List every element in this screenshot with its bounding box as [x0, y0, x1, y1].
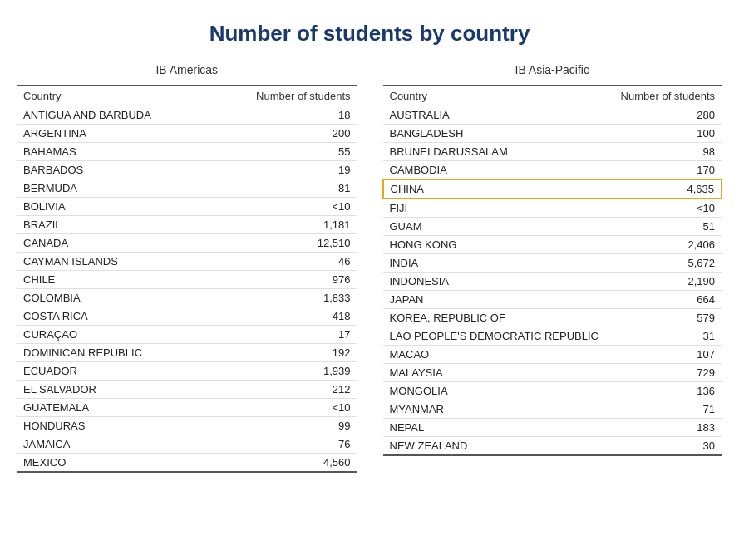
country-cell: KOREA, REPUBLIC OF — [383, 309, 612, 327]
country-cell: BRAZIL — [17, 216, 209, 234]
asia-pacific-col-country: Country — [383, 86, 612, 106]
country-cell: NEPAL — [383, 419, 612, 437]
table-row: GUAM51 — [383, 218, 722, 236]
country-cell: CHILE — [17, 271, 209, 289]
country-cell: MACAO — [383, 346, 612, 364]
students-cell: 192 — [209, 344, 357, 362]
asia-pacific-region-label: IB Asia-Pacific — [382, 63, 723, 76]
students-cell: 664 — [611, 291, 722, 309]
americas-section: IB Americas Country Number of students A… — [17, 63, 357, 473]
table-row: HONG KONG2,406 — [383, 236, 722, 254]
country-cell: CANADA — [17, 234, 209, 253]
students-cell: 280 — [611, 106, 722, 125]
students-cell: 579 — [611, 309, 722, 327]
americas-table: Country Number of students ANTIGUA AND B… — [17, 85, 357, 473]
country-cell: MYANMAR — [383, 400, 612, 419]
table-row: MEXICO4,560 — [17, 454, 357, 473]
students-cell: 46 — [209, 253, 357, 271]
students-cell: 31 — [611, 327, 722, 346]
country-cell: BOLIVIA — [17, 198, 209, 216]
table-row: LAO PEOPLE'S DEMOCRATIC REPUBLIC31 — [383, 327, 722, 346]
table-row: FIJI<10 — [383, 199, 722, 218]
students-cell: 4,635 — [611, 179, 722, 199]
page-title: Number of students by country — [17, 8, 722, 63]
students-cell: 1,181 — [209, 216, 357, 234]
country-cell: MALAYSIA — [383, 364, 612, 382]
table-row: BARBADOS19 — [17, 161, 357, 179]
table-row: CAYMAN ISLANDS46 — [17, 253, 357, 271]
table-row: ANTIGUA AND BARBUDA18 — [17, 106, 357, 125]
asia-pacific-table: Country Number of students AUSTRALIA280B… — [382, 85, 723, 456]
table-row: INDIA5,672 — [383, 254, 722, 273]
table-row: BRAZIL1,181 — [17, 216, 357, 234]
country-cell: CHINA — [383, 179, 612, 199]
students-cell: 418 — [209, 307, 357, 326]
table-row: MACAO107 — [383, 346, 722, 364]
students-cell: 71 — [611, 400, 722, 419]
table-row: ECUADOR1,939 — [17, 362, 357, 381]
country-cell: JAPAN — [383, 291, 612, 309]
students-cell: 17 — [209, 326, 357, 344]
table-row: MALAYSIA729 — [383, 364, 722, 382]
table-row: DOMINICAN REPUBLIC192 — [17, 344, 357, 362]
country-cell: BARBADOS — [17, 161, 209, 179]
table-row: EL SALVADOR212 — [17, 381, 357, 399]
students-cell: 200 — [209, 125, 357, 143]
students-cell: 729 — [611, 364, 722, 382]
students-cell: 12,510 — [209, 234, 357, 253]
table-row: JAMAICA76 — [17, 435, 357, 454]
country-cell: BAHAMAS — [17, 143, 209, 161]
table-row: GUATEMALA<10 — [17, 399, 357, 417]
students-cell: <10 — [209, 198, 357, 216]
country-cell: COLOMBIA — [17, 289, 209, 307]
country-cell: INDONESIA — [383, 273, 612, 291]
table-row: BOLIVIA<10 — [17, 198, 357, 216]
country-cell: EL SALVADOR — [17, 381, 209, 399]
students-cell: 4,560 — [209, 454, 357, 473]
asia-pacific-section: IB Asia-Pacific Country Number of studen… — [382, 63, 723, 456]
students-cell: 100 — [611, 125, 722, 143]
country-cell: GUATEMALA — [17, 399, 209, 417]
students-cell: 1,833 — [209, 289, 357, 307]
tables-container: IB Americas Country Number of students A… — [17, 63, 722, 473]
students-cell: 170 — [611, 161, 722, 180]
students-cell: 30 — [611, 437, 722, 456]
students-cell: 55 — [209, 143, 357, 161]
table-row: CHILE976 — [17, 271, 357, 289]
country-cell: CAYMAN ISLANDS — [17, 253, 209, 271]
students-cell: 5,672 — [611, 254, 722, 273]
country-cell: BANGLADESH — [383, 125, 612, 143]
country-cell: BERMUDA — [17, 179, 209, 198]
country-cell: FIJI — [383, 199, 612, 218]
students-cell: <10 — [611, 199, 722, 218]
students-cell: 136 — [611, 382, 722, 400]
table-row: MYANMAR71 — [383, 400, 722, 419]
table-row: NEW ZEALAND30 — [383, 437, 722, 456]
country-cell: CAMBODIA — [383, 161, 612, 180]
country-cell: CURAÇAO — [17, 326, 209, 344]
table-row: MONGOLIA136 — [383, 382, 722, 400]
students-cell: 107 — [611, 346, 722, 364]
table-row: HONDURAS99 — [17, 417, 357, 435]
students-cell: 99 — [209, 417, 357, 435]
asia-pacific-col-students: Number of students — [611, 86, 722, 106]
country-cell: HONG KONG — [383, 236, 612, 254]
table-row: CURAÇAO17 — [17, 326, 357, 344]
country-cell: INDIA — [383, 254, 612, 273]
students-cell: 51 — [611, 218, 722, 236]
country-cell: BRUNEI DARUSSALAM — [383, 143, 612, 161]
students-cell: 1,939 — [209, 362, 357, 381]
country-cell: ECUADOR — [17, 362, 209, 381]
americas-region-label: IB Americas — [17, 63, 357, 76]
students-cell: 18 — [209, 106, 357, 125]
table-row: ARGENTINA200 — [17, 125, 357, 143]
country-cell: HONDURAS — [17, 417, 209, 435]
country-cell: ANTIGUA AND BARBUDA — [17, 106, 209, 125]
country-cell: JAMAICA — [17, 435, 209, 454]
students-cell: 98 — [611, 143, 722, 161]
table-row: BANGLADESH100 — [383, 125, 722, 143]
table-row: INDONESIA2,190 — [383, 273, 722, 291]
country-cell: LAO PEOPLE'S DEMOCRATIC REPUBLIC — [383, 327, 612, 346]
country-cell: AUSTRALIA — [383, 106, 612, 125]
table-row: CANADA12,510 — [17, 234, 357, 253]
